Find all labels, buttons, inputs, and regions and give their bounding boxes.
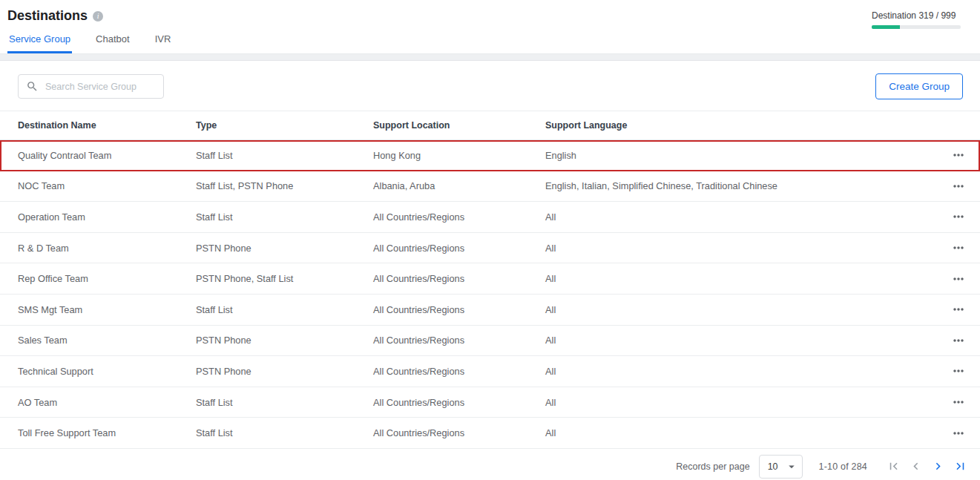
cell-support-language: All <box>527 366 933 377</box>
pagination-range: 1-10 of 284 <box>819 461 867 472</box>
table-row[interactable]: Sales Team PSTN Phone All Countries/Regi… <box>0 326 980 357</box>
table-row[interactable]: Quality Contraol Team Staff List Hong Ko… <box>0 140 980 171</box>
cell-support-location: All Countries/Regions <box>355 427 527 438</box>
more-horizontal-icon <box>951 209 966 224</box>
quota-value: 319 / 999 <box>918 10 956 21</box>
table-row[interactable]: Technical Support PSTN Phone All Countri… <box>0 356 980 387</box>
row-actions-button[interactable] <box>949 269 968 289</box>
cell-type: Staff List <box>178 150 355 161</box>
cell-destination-name: R & D Team <box>0 243 178 254</box>
cell-support-language: All <box>527 211 933 223</box>
records-per-page-label: Records per page <box>676 461 749 472</box>
first-page-button[interactable] <box>882 456 904 478</box>
search-input[interactable] <box>45 82 156 92</box>
tab-bar: Service Group Chatbot IVR <box>7 33 172 53</box>
cell-destination-name: Toll Free Support Team <box>0 427 178 438</box>
tab-service-group[interactable]: Service Group <box>7 33 72 53</box>
row-actions-button[interactable] <box>949 207 968 226</box>
page-size-select[interactable]: 10 <box>759 455 803 479</box>
tab-chatbot[interactable]: Chatbot <box>94 33 131 53</box>
cell-actions <box>933 300 980 319</box>
header-left: Destinations i Service Group Chatbot IVR <box>7 8 172 53</box>
toolbar: Create Group <box>0 61 980 111</box>
destination-quota: Destination 319 / 999 <box>872 8 961 53</box>
row-actions-button[interactable] <box>949 177 968 196</box>
cell-support-location: Hong Kong <box>355 150 527 161</box>
quota-progress-fill <box>872 25 900 29</box>
pagination-bar: Records per page 10 1-10 of 284 <box>0 449 980 480</box>
table-row[interactable]: SMS Mgt Team Staff List All Countries/Re… <box>0 295 980 326</box>
row-actions-button[interactable] <box>949 300 968 319</box>
more-horizontal-icon <box>951 333 966 348</box>
more-horizontal-icon <box>951 272 966 286</box>
content-card: Create Group Destination Name Type Suppo… <box>0 60 980 480</box>
cell-actions <box>933 392 980 412</box>
page-header: Destinations i Service Group Chatbot IVR… <box>0 0 980 54</box>
column-support-language: Support Language <box>527 120 933 131</box>
destinations-page: Destinations i Service Group Chatbot IVR… <box>0 0 980 480</box>
cell-support-language: All <box>527 304 933 315</box>
table-body: Quality Contraol Team Staff List Hong Ko… <box>0 140 980 449</box>
more-horizontal-icon <box>951 240 966 255</box>
chevron-right-icon <box>931 459 945 473</box>
cell-support-location: All Countries/Regions <box>355 397 527 408</box>
cell-type: PSTN Phone <box>178 243 355 254</box>
cell-support-location: All Countries/Regions <box>355 304 527 315</box>
cell-support-location: Albania, Aruba <box>355 180 527 191</box>
cell-type: Staff List <box>178 304 355 315</box>
table-header-row: Destination Name Type Support Location S… <box>0 111 980 140</box>
cell-support-language: All <box>527 243 933 254</box>
table-row[interactable]: R & D Team PSTN Phone All Countries/Regi… <box>0 233 980 264</box>
column-destination-name: Destination Name <box>0 120 178 131</box>
row-actions-button[interactable] <box>949 331 968 350</box>
first-page-icon <box>887 459 901 473</box>
service-group-table: Destination Name Type Support Location S… <box>0 111 980 449</box>
tab-ivr[interactable]: IVR <box>154 33 173 53</box>
cell-actions <box>933 177 980 196</box>
column-type: Type <box>178 120 355 131</box>
page-size-value: 10 <box>768 461 778 472</box>
cell-destination-name: Technical Support <box>0 366 178 377</box>
last-page-button[interactable] <box>949 456 971 478</box>
search-box[interactable] <box>18 74 164 99</box>
cell-destination-name: Sales Team <box>0 335 178 346</box>
cell-support-language: All <box>527 273 933 284</box>
more-horizontal-icon <box>951 148 966 162</box>
info-icon[interactable]: i <box>93 11 103 22</box>
cell-support-location: All Countries/Regions <box>355 273 527 284</box>
cell-destination-name: Operation Team <box>0 211 178 223</box>
column-support-location: Support Location <box>355 120 527 131</box>
row-actions-button[interactable] <box>949 424 968 443</box>
cell-destination-name: Quality Contraol Team <box>0 150 178 161</box>
caret-down-icon <box>785 460 798 473</box>
table-row[interactable]: AO Team Staff List All Countries/Regions… <box>0 387 980 418</box>
cell-destination-name: SMS Mgt Team <box>0 304 178 315</box>
cell-actions <box>933 331 980 350</box>
cell-support-language: All <box>527 397 933 408</box>
more-horizontal-icon <box>951 179 966 194</box>
table-row[interactable]: NOC Team Staff List, PSTN Phone Albania,… <box>0 171 980 203</box>
quota-label: Destination <box>872 10 916 21</box>
more-horizontal-icon <box>951 302 966 317</box>
table-row[interactable]: Operation Team Staff List All Countries/… <box>0 202 980 233</box>
cell-actions <box>933 207 980 226</box>
row-actions-button[interactable] <box>949 238 968 257</box>
previous-page-button[interactable] <box>904 456 927 478</box>
quota-progress-track <box>872 25 961 29</box>
cell-type: Staff List, PSTN Phone <box>178 180 355 191</box>
row-actions-button[interactable] <box>949 392 968 412</box>
quota-text: Destination 319 / 999 <box>872 10 961 21</box>
row-actions-button[interactable] <box>949 145 968 165</box>
cell-type: PSTN Phone <box>178 335 355 346</box>
next-page-button[interactable] <box>927 456 949 478</box>
search-icon <box>26 80 39 93</box>
cell-type: Staff List <box>178 427 355 438</box>
cell-support-language: All <box>527 335 933 346</box>
row-actions-button[interactable] <box>949 361 968 381</box>
create-group-button[interactable]: Create Group <box>875 73 963 99</box>
cell-actions <box>933 361 980 381</box>
table-row[interactable]: Rep Office Team PSTN Phone, Staff List A… <box>0 263 980 295</box>
cell-destination-name: Rep Office Team <box>0 273 178 284</box>
table-row[interactable]: Toll Free Support Team Staff List All Co… <box>0 418 980 449</box>
cell-destination-name: AO Team <box>0 397 178 408</box>
